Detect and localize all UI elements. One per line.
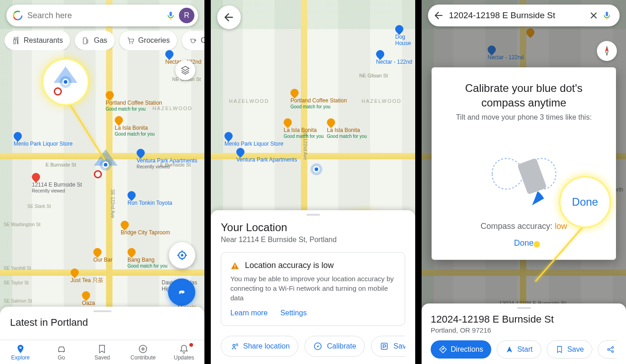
settings-link[interactable]: Settings (280, 309, 307, 317)
start-button[interactable]: Start (497, 340, 541, 359)
category-chips: Restaurants Gas Groceries Coffee (5, 31, 204, 50)
learn-more-link[interactable]: Learn more (230, 309, 268, 317)
layers-button[interactable] (175, 60, 195, 80)
svg-point-10 (181, 254, 183, 256)
google-logo-icon (13, 10, 23, 20)
figure-eight-illustration (474, 140, 574, 208)
share-button[interactable]: Share (598, 340, 617, 359)
poi-ron[interactable]: Ron Tonkin Toyota (127, 191, 172, 207)
save-button[interactable]: Save (547, 340, 592, 359)
poi-ventura[interactable]: Ventura Park ApartmentsRecently viewed (137, 149, 197, 169)
done-button[interactable]: Done (514, 238, 534, 248)
sheet-title: Your Location (221, 221, 405, 234)
latest-heading: Latest in Portland (10, 317, 194, 329)
street-label: SE Salmon St (4, 298, 32, 303)
chip-coffee[interactable]: Coffee (182, 31, 204, 50)
svg-rect-19 (606, 12, 608, 16)
nav-explore[interactable]: Explore (0, 340, 41, 364)
street-label: SE Yamhill St (4, 266, 31, 271)
calibrate-chip[interactable]: Calibrate (305, 336, 365, 357)
poi-oaza[interactable]: Oaza (82, 291, 95, 307)
card-body: You may be able to improve your location… (230, 274, 396, 303)
poi-nectar[interactable]: Nectar - 122nd (376, 50, 412, 66)
location-sheet: Your Location Near 12114 E Burnside St, … (211, 210, 415, 364)
directions-button[interactable]: Directions (431, 340, 491, 359)
street-label: SE Taylor St (4, 280, 29, 285)
street-label: SE 122nd Ave (110, 189, 115, 218)
poi-menlo[interactable]: Menlo Park Liquor Store (224, 132, 283, 147)
compass-button[interactable] (597, 41, 617, 61)
action-pills: Directions Start Save Share (431, 340, 617, 359)
poi-isla[interactable]: La Isla BonitaGood match for you (115, 116, 155, 136)
modal-subtitle: Tilt and move your phone 3 times like th… (444, 113, 603, 121)
directions-fab[interactable] (168, 278, 195, 306)
poi-bang[interactable]: Bang BangGood match for you (127, 248, 168, 268)
layers-icon (180, 65, 190, 75)
address-sheet: 12024-12198 E Burnside St Portland, OR 9… (422, 303, 626, 364)
microphone-icon[interactable] (166, 9, 175, 22)
phone-2-location-sheet: NE Glisan St HAZELWOOD HAZELWOOD SE 122n… (204, 0, 415, 364)
calibrate-modal: Calibrate your blue dot's compass anytim… (432, 67, 616, 260)
compass-icon (313, 342, 322, 351)
cart-icon (127, 36, 135, 45)
share-location-chip[interactable]: Share location (221, 336, 298, 357)
neighborhood-label: HAZELWOOD (361, 98, 402, 104)
sheet-handle[interactable] (306, 214, 320, 216)
action-chips: Share location Calibrate Save parking (221, 336, 405, 357)
blue-dot-on-map[interactable] (96, 155, 116, 175)
avatar[interactable]: R (179, 8, 194, 23)
poi-menlo[interactable]: Menlo Park Liquor Store (14, 132, 72, 147)
my-location-button[interactable] (169, 242, 195, 268)
latest-sheet[interactable]: Latest in Portland (0, 307, 204, 340)
search-bar[interactable]: 12024-12198 E Burnside St (428, 5, 620, 26)
directions-icon (439, 345, 447, 354)
card-heading: Location accuracy is low (245, 261, 334, 270)
search-bar[interactable]: R (6, 5, 198, 26)
nav-saved[interactable]: Saved (82, 340, 123, 364)
poi-coffee1[interactable]: Portland Coffee StationGood match for yo… (106, 91, 162, 111)
directions-icon (176, 286, 188, 298)
poi-addr[interactable]: 12114 E Burnside StRecently viewed (32, 173, 82, 193)
street-label: SE Stark St (27, 204, 51, 209)
poi-coffee[interactable]: Portland Coffee StationGood match for yo… (290, 89, 347, 109)
search-input[interactable] (27, 11, 163, 20)
arrow-left-icon[interactable] (433, 10, 444, 21)
svg-rect-15 (234, 268, 235, 268)
microphone-icon[interactable] (602, 9, 611, 22)
phone-3-calibrate-modal: Nectar - 122nd North 12024-12198 E Burns… (415, 0, 626, 364)
nav-contribute[interactable]: Contribute (122, 340, 163, 364)
poi-ourbar[interactable]: Our Bar (93, 248, 112, 263)
bookmark-icon (97, 344, 107, 354)
warning-icon (230, 261, 239, 270)
street-label: E Burnside St (46, 162, 76, 167)
highlight-blue-dot (42, 58, 89, 106)
poi-isla[interactable]: La Isla BonitaGood match for you (284, 118, 324, 139)
poi-dog[interactable]: Dog House (395, 25, 415, 47)
bell-icon (179, 344, 189, 354)
nav-go[interactable]: Go (41, 340, 82, 364)
notification-dot (189, 343, 193, 347)
nav-updates[interactable]: Updates (163, 340, 204, 364)
poi-isla2[interactable]: La Isla BonitaGood match for you (327, 118, 367, 139)
save-parking-chip[interactable]: Save parking (371, 336, 405, 357)
back-button[interactable] (217, 5, 241, 29)
plus-circle-icon (138, 344, 148, 354)
share-location-icon (229, 342, 239, 351)
blue-dot-on-map[interactable] (306, 159, 326, 179)
close-icon[interactable] (589, 10, 599, 20)
poi-justtea[interactable]: Just Tea 只茶 (71, 268, 103, 284)
poi-bridge[interactable]: Bridge City Taproom (121, 221, 170, 236)
phone-1-main-map: NE Glisan St E Burnside St E Burnside St… (0, 0, 204, 364)
sheet-handle[interactable] (517, 307, 531, 309)
sheet-handle[interactable] (93, 310, 112, 312)
chip-restaurants[interactable]: Restaurants (5, 31, 70, 50)
bookmark-icon (555, 345, 564, 354)
chip-groceries[interactable]: Groceries (119, 31, 177, 50)
car-icon (56, 344, 66, 354)
bottom-nav: Explore Go Saved Contribute Updates (0, 340, 204, 364)
svg-rect-6 (83, 38, 87, 44)
chip-gas[interactable]: Gas (75, 31, 114, 50)
svg-rect-14 (234, 264, 235, 267)
poi-ventura[interactable]: Ventura Park Apartments (236, 148, 297, 163)
svg-point-12 (20, 346, 22, 349)
